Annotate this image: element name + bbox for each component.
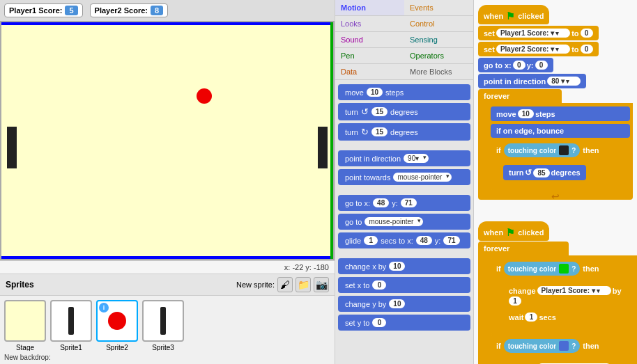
category-row-2: Looks Control — [335, 16, 473, 32]
block-glide[interactable]: glide 1 secs to x: 48 y: 71 — [338, 232, 470, 248]
if-touch-color-1[interactable]: if touching color ? then — [491, 140, 630, 161]
set-player1-score[interactable]: set Player1 Score: ▾ to 0 — [478, 26, 599, 40]
touching-color-condition-blue[interactable]: touching color ? — [504, 339, 581, 353]
change-x-val[interactable]: 10 — [389, 262, 405, 271]
block-point-towards[interactable]: point towards mouse-pointer — [338, 169, 470, 185]
sprite2-thumbnail: i — [96, 300, 138, 342]
set-x-val[interactable]: 0 — [372, 280, 386, 290]
sprite2-label: Sprite2 — [106, 344, 128, 351]
if-end-1 — [491, 184, 630, 190]
paddle-left — [7, 127, 17, 168]
category-looks[interactable]: Looks — [335, 16, 404, 32]
change-p1-val[interactable]: 1 — [509, 296, 521, 306]
set-p2-val[interactable]: 0 — [581, 45, 593, 54]
block-turn-ccw[interactable]: turn ↺ 15 degrees — [338, 103, 470, 120]
glide-y-val[interactable]: 71 — [443, 236, 459, 245]
goto-y-val[interactable]: 71 — [401, 198, 417, 207]
goto-y-0[interactable]: 0 — [535, 61, 548, 70]
script-block-2: when ⚑ clicked forever if touching color… — [478, 221, 633, 364]
block-goto-ptr[interactable]: go to mouse-pointer — [338, 214, 470, 230]
camera-icon[interactable]: 📷 — [314, 277, 329, 292]
sprite-item-2[interactable]: i Sprite2 — [96, 300, 138, 351]
paint-brush-icon[interactable]: 🖌 — [277, 277, 293, 292]
block-change-x[interactable]: change x by 10 — [338, 258, 470, 274]
new-backdrop-label: New backdrop: — [0, 351, 335, 364]
scripts-panel: when ⚑ clicked set Player1 Score: ▾ to 0… — [474, 0, 637, 364]
stage-canvas — [0, 21, 335, 260]
set-player2-score[interactable]: set Player2 Score: ▾ to 0 — [478, 42, 599, 56]
sprite-stage-label: Stage — [16, 344, 34, 351]
turn-85-val[interactable]: 85 — [533, 168, 549, 177]
goto-dropdown[interactable]: mouse-pointer — [364, 217, 423, 226]
glide-x-val[interactable]: 48 — [416, 236, 432, 245]
goto-0-0[interactable]: go to x: 0 y: 0 — [478, 58, 553, 72]
forever-body-2: if touching color ? then change Player1 … — [478, 255, 637, 364]
folder-icon[interactable]: 📁 — [296, 277, 311, 292]
dir-80-dropdown[interactable]: 80 ▾ — [547, 77, 581, 86]
category-data[interactable]: Data — [335, 64, 404, 80]
change-p1-by-1[interactable]: change Player1 Score: ▾ by 1 — [503, 283, 634, 308]
sprite2-ball-preview — [108, 312, 126, 330]
block-set-x[interactable]: set x to 0 — [338, 277, 470, 293]
sprite3-label: Sprite3 — [152, 344, 174, 351]
block-point-direction[interactable]: point in direction 90▾ — [338, 150, 470, 166]
sprite3-paddle-preview — [160, 307, 166, 335]
if-on-edge-bounce[interactable]: if on edge, bounce — [491, 124, 630, 138]
goto-x-val[interactable]: 48 — [373, 198, 389, 207]
forever-end-1: ↩ — [478, 193, 633, 200]
hat-when-clicked-2[interactable]: when ⚑ clicked — [478, 221, 549, 241]
category-sound[interactable]: Sound — [335, 32, 404, 48]
turn-ccw-val[interactable]: 15 — [371, 107, 387, 116]
glide-secs-val[interactable]: 1 — [364, 236, 378, 245]
color-swatch-green[interactable] — [559, 264, 569, 274]
forever-block-1[interactable]: forever — [478, 89, 562, 103]
move-steps[interactable]: 10 — [518, 109, 534, 118]
color-swatch-black[interactable] — [559, 145, 569, 155]
if-touch-color-blue[interactable]: if touching color ? then — [491, 335, 637, 356]
sprite-item-1[interactable]: Sprite1 — [50, 300, 92, 351]
scripts-wrapper: when ⚑ clicked set Player1 Score: ▾ to 0… — [478, 4, 633, 364]
forever-arrow-1: ↩ — [551, 191, 560, 202]
change-p2-by-1[interactable]: change Player2 Score: ▾ by 1 — [503, 361, 634, 364]
category-sensing[interactable]: Sensing — [404, 32, 473, 48]
player2-score-dropdown[interactable]: Player2 Score: ▾ — [496, 45, 570, 54]
category-more-blocks[interactable]: More Blocks — [404, 64, 473, 80]
goto-x-0[interactable]: 0 — [513, 61, 525, 70]
p1-change-dropdown[interactable]: Player1 Score: ▾ — [537, 286, 611, 295]
change-y-val[interactable]: 10 — [389, 299, 405, 308]
touching-color-condition-green[interactable]: touching color ? — [504, 262, 581, 276]
block-set-y[interactable]: set y to 0 — [338, 315, 470, 331]
new-sprite-label: New sprite: — [236, 280, 275, 289]
forever-block-2[interactable]: forever — [478, 242, 569, 255]
category-motion[interactable]: Motion — [335, 0, 404, 16]
category-row-4: Pen Operators — [335, 48, 473, 64]
move-steps-val[interactable]: 10 — [367, 88, 383, 97]
turn-cw-val[interactable]: 15 — [371, 127, 387, 136]
color-swatch-blue[interactable] — [559, 341, 569, 351]
set-p1-val[interactable]: 0 — [581, 29, 593, 38]
direction-dropdown[interactable]: 90▾ — [404, 154, 429, 163]
block-change-y[interactable]: change y by 10 — [338, 296, 470, 312]
category-events[interactable]: Events — [404, 0, 473, 16]
wait-1-sec-p1[interactable]: wait 1 secs — [503, 310, 562, 324]
category-operators[interactable]: Operators — [404, 48, 473, 64]
category-control[interactable]: Control — [404, 16, 473, 32]
set-y-val[interactable]: 0 — [372, 318, 386, 327]
point-direction-80[interactable]: point in direction 80 ▾ — [478, 74, 586, 88]
main-area: Player1 Score: 5 Player2 Score: 8 x: -22… — [0, 0, 637, 364]
if-body-blue: change Player2 Score: ▾ by 1 wait 1 secs — [491, 358, 636, 364]
hat-when-clicked-1[interactable]: when ⚑ clicked — [478, 5, 549, 24]
turn-85-ccw[interactable]: turn ↺ 85 degrees — [503, 165, 586, 180]
block-turn-cw[interactable]: turn ↻ 15 degrees — [338, 123, 470, 141]
if-touch-color-green[interactable]: if touching color ? then — [491, 258, 637, 279]
block-move[interactable]: move 10 steps — [338, 84, 470, 100]
player1-score-dropdown[interactable]: Player1 Score: ▾ — [496, 29, 570, 38]
wait-1-val-p1[interactable]: 1 — [525, 312, 537, 322]
block-goto-xy[interactable]: go to x: 48 y: 71 — [338, 195, 470, 211]
category-pen[interactable]: Pen — [335, 48, 404, 64]
move-10-steps[interactable]: move 10 steps — [491, 106, 630, 121]
sprite-item-3[interactable]: Sprite3 — [142, 300, 184, 351]
touching-color-condition-1[interactable]: touching color ? — [504, 143, 581, 157]
towards-dropdown[interactable]: mouse-pointer — [393, 173, 452, 182]
sprite-item-stage[interactable]: Stage 1 backdrop — [4, 300, 46, 351]
